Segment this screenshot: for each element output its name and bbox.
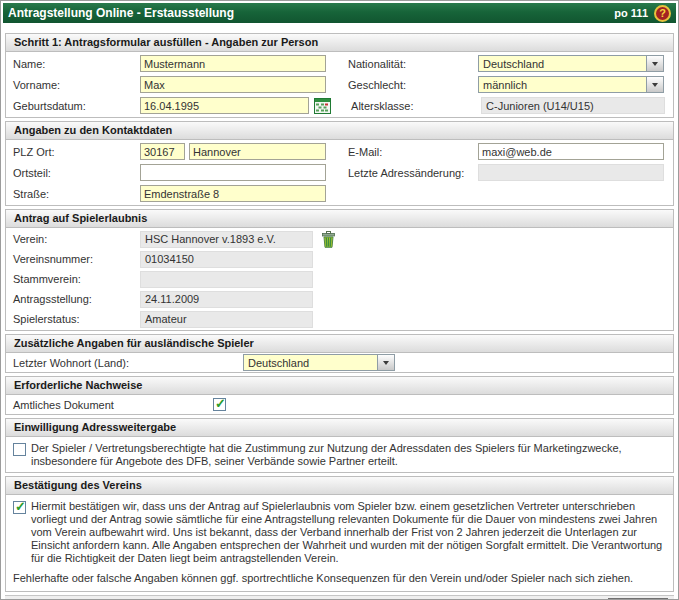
wohnort-select[interactable]: Deutschland — [243, 354, 395, 371]
verein-value: HSC Hannover v.1893 e.V. — [140, 231, 313, 248]
section-bestaetigung-title: Bestätigung des Vereins — [6, 477, 673, 495]
section-kontakt-title: Angaben zu den Kontaktdaten — [6, 122, 673, 140]
help-icon[interactable]: ? — [654, 5, 671, 22]
vereinsnummer-value: 01034150 — [140, 251, 313, 268]
section-nachweise: Erforderliche Nachweise Amtliches Dokume… — [5, 376, 674, 415]
nationalitaet-selected-value: Deutschland — [483, 58, 544, 70]
section-einwilligung-title: Einwilligung Adressweitergabe — [6, 419, 673, 437]
altersklasse-value: C-Junioren (U14/U15) — [481, 97, 665, 114]
ort-input[interactable] — [189, 143, 326, 160]
strasse-input[interactable] — [140, 185, 326, 202]
altersklasse-label: Altersklasse: — [351, 100, 481, 112]
geschlecht-label: Geschlecht: — [348, 79, 478, 91]
section-antrag: Antrag auf Spielerlaubnis Verein: HSC Ha… — [5, 209, 674, 331]
nationalitaet-select[interactable]: Deutschland — [478, 55, 664, 72]
antragsstellung-value: 24.11.2009 — [140, 291, 313, 308]
verein-label: Verein: — [13, 233, 140, 245]
page-code: po 111 — [614, 7, 648, 19]
window-title-bar: Antragstellung Online - Erstausstellung … — [3, 3, 676, 23]
ortsteil-label: Ortsteil: — [13, 167, 140, 179]
nationalitaet-label: Nationalität: — [348, 58, 478, 70]
page-title: Antragstellung Online - Erstausstellung — [8, 6, 614, 20]
section-auslaendische-spieler: Zusätzliche Angaben für ausländische Spi… — [5, 334, 674, 373]
bestaetigung-checkbox[interactable] — [13, 501, 26, 514]
email-input[interactable] — [478, 143, 664, 160]
adressaenderung-value — [478, 164, 664, 181]
geschlecht-select[interactable]: männlich — [478, 76, 664, 93]
trash-icon[interactable] — [321, 231, 336, 248]
geburtsdatum-label: Geburtsdatum: — [13, 100, 140, 112]
einwilligung-text: Der Spieler / Vertretungsberechtigte hat… — [31, 442, 665, 468]
amtliches-dokument-label: Amtliches Dokument — [13, 399, 213, 411]
plz-ort-label: PLZ Ort: — [13, 146, 140, 158]
vereinsnummer-label: Vereinsnummer: — [13, 253, 140, 265]
stammverein-label: Stammverein: — [13, 273, 140, 285]
section-auslaendische-title: Zusätzliche Angaben für ausländische Spi… — [6, 335, 673, 353]
geschlecht-selected-value: männlich — [483, 79, 527, 91]
amtliches-dokument-checkbox[interactable] — [213, 398, 226, 411]
spielerstatus-label: Spielerstatus: — [13, 313, 140, 325]
section-kontakt: Angaben zu den Kontaktdaten PLZ Ort: E-M… — [5, 121, 674, 206]
chevron-down-icon[interactable] — [646, 56, 663, 71]
section-person-title: Schritt 1: Antragsformular ausfüllen - A… — [6, 34, 673, 52]
section-nachweise-title: Erforderliche Nachweise — [6, 377, 673, 395]
chevron-down-icon[interactable] — [377, 355, 394, 370]
section-person: Schritt 1: Antragsformular ausfüllen - A… — [5, 33, 674, 118]
calendar-icon[interactable] — [314, 98, 331, 114]
name-label: Name: — [13, 58, 140, 70]
strasse-label: Straße: — [13, 188, 140, 200]
footer-bar: Weiter — [5, 595, 674, 600]
vorname-label: Vorname: — [13, 79, 140, 91]
application-form-page: Antragstellung Online - Erstausstellung … — [0, 0, 679, 600]
konsequenzen-note: Fehlerhafte oder falsche Angaben können … — [13, 572, 665, 585]
section-einwilligung: Einwilligung Adressweitergabe Der Spiele… — [5, 418, 674, 473]
bestaetigung-text: Hiermit bestätigen wir, dass uns der Ant… — [31, 500, 665, 565]
section-antrag-title: Antrag auf Spielerlaubnis — [6, 210, 673, 228]
email-label: E-Mail: — [348, 146, 478, 158]
wohnort-selected-value: Deutschland — [248, 357, 309, 369]
geburtsdatum-input[interactable] — [140, 97, 309, 114]
antragsstellung-label: Antragsstellung: — [13, 293, 140, 305]
vorname-input[interactable] — [140, 76, 326, 93]
chevron-down-icon[interactable] — [646, 77, 663, 92]
stammverein-value — [140, 271, 313, 288]
section-bestaetigung: Bestätigung des Vereins Hiermit bestätig… — [5, 476, 674, 592]
adressaenderung-label: Letzte Adressänderung: — [348, 167, 478, 179]
einwilligung-checkbox[interactable] — [13, 443, 26, 456]
wohnort-label: Letzter Wohnort (Land): — [13, 357, 243, 369]
name-input[interactable] — [140, 55, 326, 72]
spielerstatus-value: Amateur — [140, 311, 313, 328]
plz-input[interactable] — [140, 143, 185, 160]
ortsteil-input[interactable] — [140, 164, 326, 181]
